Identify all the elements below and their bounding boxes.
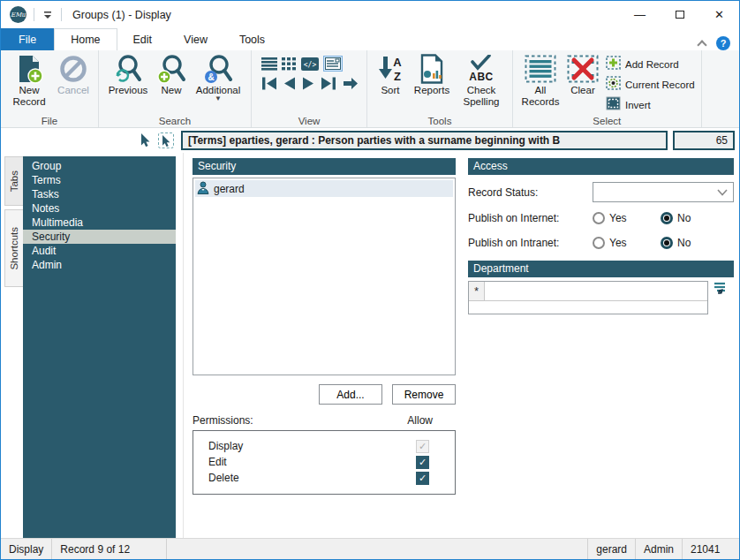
department-grid[interactable]: *: [468, 281, 708, 314]
clear-selection-icon: [567, 53, 599, 85]
new-search-icon: [156, 53, 186, 85]
first-record-icon[interactable]: [261, 77, 277, 90]
current-record-button[interactable]: Current Record: [606, 76, 695, 93]
publish-internet-yes-radio[interactable]: Yes: [593, 212, 661, 224]
sidebar-item-audit[interactable]: Audit: [23, 244, 176, 258]
additional-dropdown-icon: ▼: [215, 96, 222, 102]
sidebar-item-admin[interactable]: Admin: [23, 258, 176, 272]
help-icon[interactable]: ?: [716, 36, 730, 50]
ribbon-group-tools: A Z Sort Reports: [367, 50, 513, 127]
ribbon: New Record Cancel File: [1, 49, 739, 128]
security-user-list[interactable]: gerard: [193, 178, 456, 375]
maximize-button[interactable]: [660, 1, 699, 28]
all-records-icon: [525, 53, 556, 85]
status-spacer: [167, 539, 588, 559]
new-record-icon: [14, 53, 44, 85]
tab-sidebar: Group Terms Tasks Notes Multimedia Secur…: [23, 156, 176, 538]
sidebar-item-group[interactable]: Group: [23, 159, 176, 173]
code-view-icon[interactable]: </>: [301, 57, 319, 71]
maximize-icon: [676, 11, 684, 19]
sidebar-item-multimedia[interactable]: Multimedia: [23, 216, 176, 230]
add-record-button[interactable]: Add Record: [606, 56, 695, 72]
close-button[interactable]: ✕: [699, 1, 739, 28]
status-bar: Display Record 9 of 12 gerard Admin 2104…: [1, 538, 739, 559]
new-search-button[interactable]: New: [154, 52, 189, 96]
goto-record-icon[interactable]: [343, 77, 359, 90]
collapse-ribbon-icon[interactable]: [697, 40, 706, 49]
cancel-icon: [59, 53, 87, 85]
quick-access-dropdown-icon[interactable]: [42, 10, 54, 20]
tab-home[interactable]: Home: [54, 28, 117, 50]
status-group: Admin: [636, 539, 683, 559]
user-icon: [197, 181, 209, 197]
delete-allow-checkbox[interactable]: ✓: [416, 472, 429, 485]
side-tab-tabs[interactable]: Tabs: [4, 156, 23, 206]
content-area: Tabs Shortcuts Group Terms Tasks Notes M…: [1, 153, 739, 538]
permissions-label: Permissions:: [193, 414, 253, 427]
ribbon-tab-row: File Home Edit View Tools ?: [1, 28, 739, 50]
sidebar-item-tasks[interactable]: Tasks: [23, 187, 176, 201]
grid-row-marker: *: [469, 282, 485, 300]
search-summary-row: [Terms] eparties, gerard : Person partie…: [1, 128, 739, 153]
ribbon-group-view: </>: [252, 50, 367, 127]
add-user-button[interactable]: Add...: [319, 384, 382, 405]
grid-view-icon[interactable]: [282, 57, 297, 71]
publish-intranet-no-radio[interactable]: No: [661, 237, 729, 249]
side-tab-shortcuts[interactable]: Shortcuts: [4, 209, 23, 287]
new-record-button[interactable]: New Record: [6, 52, 52, 108]
check-spelling-button[interactable]: ABC Check Spelling: [456, 52, 507, 108]
reports-icon: [419, 53, 445, 85]
cancel-button[interactable]: Cancel: [54, 52, 93, 96]
reports-button[interactable]: Reports: [410, 52, 454, 96]
group-label-view: View: [252, 116, 366, 126]
status-irn: 21041: [683, 539, 739, 559]
tab-view[interactable]: View: [168, 28, 223, 50]
record-status-label: Record Status:: [468, 186, 593, 199]
previous-search-button[interactable]: Previous: [104, 52, 152, 96]
sidebar-item-security[interactable]: Security: [23, 230, 176, 244]
last-record-icon[interactable]: [321, 77, 336, 90]
clear-selection-button[interactable]: Clear: [564, 52, 601, 96]
pointer-icon[interactable]: [140, 132, 151, 149]
previous-record-icon[interactable]: [283, 77, 296, 90]
minimize-button[interactable]: —: [620, 1, 660, 28]
status-user: gerard: [588, 539, 636, 559]
sidebar-item-terms[interactable]: Terms: [23, 173, 176, 187]
status-mode: Display: [1, 539, 52, 559]
radio-icon: [593, 212, 605, 224]
publish-internet-label: Publish on Internet:: [468, 212, 593, 224]
sidebar-item-notes[interactable]: Notes: [23, 201, 176, 216]
emu-logo-icon[interactable]: EMu: [10, 6, 26, 23]
app-window: EMu Groups (1) - Display — ✕ File Home E…: [0, 0, 740, 560]
lookup-list-icon[interactable]: [713, 281, 727, 299]
additional-search-button[interactable]: & Additional ▼: [191, 52, 245, 102]
tab-edit[interactable]: Edit: [117, 28, 169, 50]
publish-intranet-yes-radio[interactable]: Yes: [593, 237, 661, 249]
department-input[interactable]: [485, 282, 707, 300]
permission-row-delete: Delete ✓: [193, 470, 455, 486]
list-view-icon[interactable]: [261, 57, 277, 71]
sort-button[interactable]: A Z Sort: [373, 52, 408, 96]
tab-file[interactable]: File: [1, 28, 54, 50]
next-record-icon[interactable]: [302, 77, 314, 90]
svg-text:Z: Z: [394, 70, 401, 83]
publish-internet-no-radio[interactable]: No: [661, 212, 729, 224]
previous-search-icon: [113, 53, 143, 85]
svg-text:A: A: [393, 56, 402, 69]
ribbon-group-select: All Records Clear: [513, 50, 702, 127]
all-records-button[interactable]: All Records: [518, 52, 563, 108]
allow-column-label: Allow: [407, 414, 433, 427]
select-pointer-icon[interactable]: [158, 132, 174, 148]
group-label-tools: Tools: [367, 116, 512, 126]
group-label-search: Search: [99, 116, 251, 126]
page-view-icon[interactable]: [323, 56, 343, 72]
edit-allow-checkbox[interactable]: ✓: [416, 456, 429, 469]
user-list-item[interactable]: gerard: [195, 180, 453, 197]
radio-icon: [661, 212, 673, 224]
record-status-combobox[interactable]: [593, 182, 734, 202]
titlebar-separator: [61, 8, 62, 21]
tab-tools[interactable]: Tools: [223, 28, 281, 50]
title-bar: EMu Groups (1) - Display — ✕: [1, 1, 739, 28]
invert-selection-button[interactable]: Invert: [606, 96, 695, 113]
remove-user-button[interactable]: Remove: [392, 384, 456, 405]
